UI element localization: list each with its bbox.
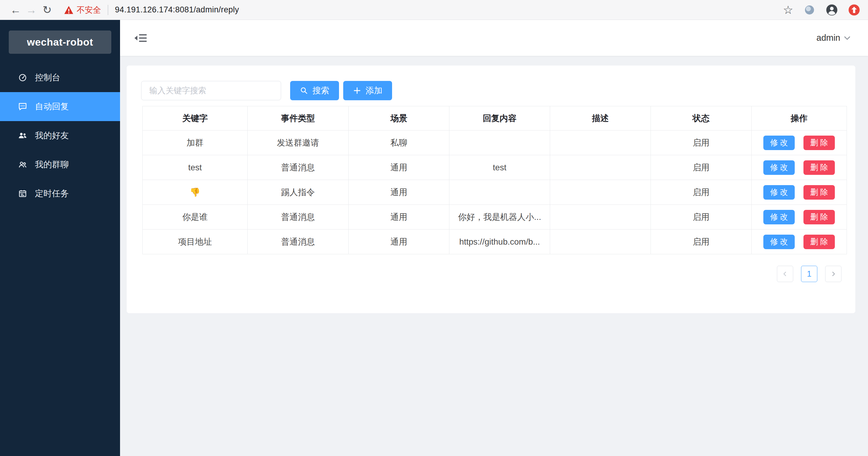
sidebar-item-dashboard[interactable]: 控制台 bbox=[0, 63, 120, 92]
cell-keyword: test bbox=[143, 155, 248, 180]
cell-actions: 修 改 删 除 bbox=[752, 229, 847, 254]
browser-forward-icon[interactable]: → bbox=[24, 2, 39, 18]
edit-button[interactable]: 修 改 bbox=[763, 210, 795, 224]
app-header: admin bbox=[120, 20, 868, 56]
sidebar: wechat-robot 控制台 自动回复 bbox=[0, 20, 120, 456]
warning-triangle-icon bbox=[64, 5, 73, 15]
keyword-search-input[interactable] bbox=[141, 81, 281, 100]
cell-description bbox=[550, 229, 651, 254]
extension-icon-glyph bbox=[804, 4, 815, 16]
cell-reply bbox=[450, 131, 550, 155]
delete-button[interactable]: 删 除 bbox=[803, 160, 835, 175]
cell-keyword: 加群 bbox=[143, 131, 248, 155]
table-row: 项目地址 普通消息 通用 https://github.com/b... 启用 … bbox=[143, 229, 847, 254]
search-button-label: 搜索 bbox=[312, 85, 329, 96]
edit-button[interactable]: 修 改 bbox=[763, 160, 795, 175]
sidebar-item-scheduled-tasks[interactable]: 定时任务 bbox=[0, 179, 120, 208]
cell-keyword: 👎 bbox=[143, 180, 248, 205]
sidebar-item-groups[interactable]: 我的群聊 bbox=[0, 150, 120, 179]
plus-icon bbox=[353, 86, 361, 95]
edit-button[interactable]: 修 改 bbox=[763, 235, 795, 249]
cell-actions: 修 改 删 除 bbox=[752, 205, 847, 229]
table-row: test 普通消息 通用 test 启用 修 改 删 除 bbox=[143, 155, 847, 180]
bookmark-star-icon[interactable]: ☆ bbox=[783, 4, 793, 16]
column-header-scene: 场景 bbox=[349, 106, 450, 131]
friends-icon bbox=[18, 131, 27, 140]
cell-reply: 你好，我是机器人小... bbox=[450, 205, 550, 229]
cell-status: 启用 bbox=[651, 131, 752, 155]
delete-button[interactable]: 删 除 bbox=[803, 235, 835, 249]
chat-icon bbox=[18, 102, 27, 111]
delete-button[interactable]: 删 除 bbox=[803, 210, 835, 224]
chevron-right-icon bbox=[830, 270, 837, 277]
column-header-reply: 回复内容 bbox=[450, 106, 550, 131]
app-logo-text: wechat-robot bbox=[27, 36, 93, 48]
edit-button[interactable]: 修 改 bbox=[763, 185, 795, 200]
cell-event-type: 普通消息 bbox=[248, 205, 349, 229]
cell-event-type: 踢人指令 bbox=[248, 180, 349, 205]
address-bar-divider bbox=[108, 5, 108, 15]
cell-actions: 修 改 删 除 bbox=[752, 155, 847, 180]
extension-icon[interactable] bbox=[803, 4, 815, 16]
cell-actions: 修 改 删 除 bbox=[752, 180, 847, 205]
cell-status: 启用 bbox=[651, 229, 752, 254]
prev-page-button[interactable] bbox=[777, 266, 793, 282]
cell-status: 启用 bbox=[651, 155, 752, 180]
cell-keyword: 项目地址 bbox=[143, 229, 248, 254]
column-header-keyword: 关键字 bbox=[143, 106, 248, 131]
profile-avatar-icon[interactable] bbox=[826, 4, 838, 16]
browser-update-icon[interactable] bbox=[848, 4, 860, 16]
sidebar-item-label: 定时任务 bbox=[35, 188, 69, 199]
add-button-label: 添加 bbox=[366, 85, 382, 96]
cell-description bbox=[550, 180, 651, 205]
auto-reply-panel: 搜索 添加 关键字 事件类型 场景 回复内容 描述 状态 操作 bbox=[127, 65, 855, 313]
cell-scene: 通用 bbox=[349, 155, 450, 180]
browser-right-controls: ☆ bbox=[783, 4, 860, 16]
edit-button[interactable]: 修 改 bbox=[763, 136, 795, 150]
sidebar-item-label: 控制台 bbox=[35, 72, 60, 83]
cell-scene: 通用 bbox=[349, 229, 450, 254]
schedule-icon bbox=[18, 189, 27, 198]
cell-scene: 私聊 bbox=[349, 131, 450, 155]
cell-event-type: 普通消息 bbox=[248, 155, 349, 180]
cell-scene: 通用 bbox=[349, 205, 450, 229]
dashboard-icon bbox=[18, 73, 27, 82]
sidebar-collapse-button[interactable] bbox=[133, 31, 148, 45]
sidebar-menu: 控制台 自动回复 我的好友 bbox=[0, 63, 120, 208]
delete-button[interactable]: 删 除 bbox=[803, 136, 835, 150]
cell-reply bbox=[450, 180, 550, 205]
search-icon bbox=[300, 86, 308, 95]
sidebar-item-friends[interactable]: 我的好友 bbox=[0, 121, 120, 150]
table-toolbar: 搜索 添加 bbox=[127, 65, 855, 100]
pagination: 1 bbox=[127, 266, 841, 282]
search-button[interactable]: 搜索 bbox=[290, 81, 339, 100]
user-dropdown[interactable]: admin bbox=[816, 20, 850, 56]
security-warning-badge[interactable]: 不安全 bbox=[64, 4, 101, 16]
table-row: 加群 发送群邀请 私聊 启用 修 改 删 除 bbox=[143, 131, 847, 155]
page-number-button[interactable]: 1 bbox=[801, 266, 817, 282]
column-header-description: 描述 bbox=[550, 106, 651, 131]
column-header-status: 状态 bbox=[651, 106, 752, 131]
cell-actions: 修 改 删 除 bbox=[752, 131, 847, 155]
cell-description bbox=[550, 205, 651, 229]
sidebar-item-auto-reply[interactable]: 自动回复 bbox=[0, 92, 120, 121]
browser-update-glyph bbox=[848, 4, 860, 16]
group-icon bbox=[18, 160, 27, 169]
profile-avatar-glyph bbox=[826, 4, 838, 16]
table-row: 👎 踢人指令 通用 启用 修 改 删 除 bbox=[143, 180, 847, 205]
sidebar-item-label: 我的群聊 bbox=[35, 159, 69, 170]
delete-button[interactable]: 删 除 bbox=[803, 185, 835, 200]
table-header-row: 关键字 事件类型 场景 回复内容 描述 状态 操作 bbox=[143, 106, 847, 131]
table-row: 你是谁 普通消息 通用 你好，我是机器人小... 启用 修 改 删 除 bbox=[143, 205, 847, 229]
browser-back-icon[interactable]: ← bbox=[8, 2, 24, 18]
cell-keyword: 你是谁 bbox=[143, 205, 248, 229]
browser-reload-icon[interactable]: ↻ bbox=[39, 2, 55, 18]
address-bar-url[interactable]: 94.191.126.174:8081/admin/reply bbox=[115, 5, 239, 15]
fold-menu-icon bbox=[134, 33, 147, 44]
app-logo: wechat-robot bbox=[9, 30, 111, 54]
cell-status: 启用 bbox=[651, 205, 752, 229]
next-page-button[interactable] bbox=[825, 266, 841, 282]
add-button[interactable]: 添加 bbox=[343, 81, 392, 100]
security-warning-label: 不安全 bbox=[76, 4, 101, 16]
cell-event-type: 发送群邀请 bbox=[248, 131, 349, 155]
